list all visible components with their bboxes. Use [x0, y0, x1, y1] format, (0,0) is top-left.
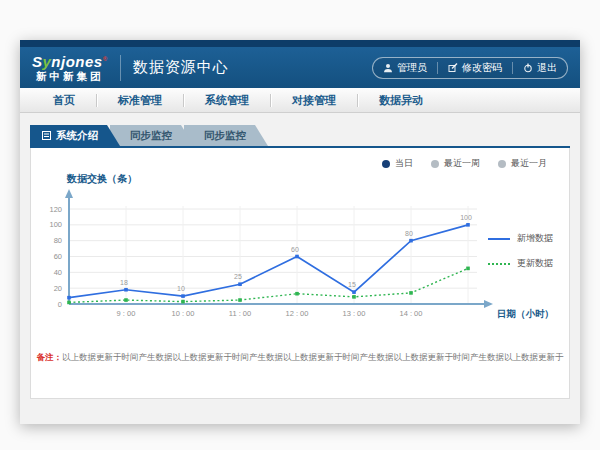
window-top-strip — [20, 40, 580, 47]
tab-system-intro[interactable]: 系统介绍 — [30, 125, 120, 146]
power-icon — [523, 63, 533, 73]
radio-last-week-label: 最近一周 — [444, 157, 480, 170]
svg-text:80: 80 — [54, 236, 62, 245]
page-title: 数据资源中心 — [133, 58, 229, 77]
footnote-text: 以上数据更新于时间产生数据以上数据更新于时间产生数据以上数据更新于时间产生数据以… — [62, 352, 564, 362]
svg-text:100: 100 — [460, 214, 472, 221]
change-password-label: 修改密码 — [462, 61, 502, 75]
svg-text:20: 20 — [54, 284, 62, 293]
legend-new-data: 新增数据 — [488, 232, 553, 245]
user-icon — [383, 63, 393, 73]
tab-label: 同步监控 — [204, 125, 246, 146]
svg-text:10: 10 — [177, 285, 185, 292]
change-password-button[interactable]: 修改密码 — [438, 61, 512, 75]
nav-item-standard-mgmt[interactable]: 标准管理 — [97, 88, 183, 112]
svg-text:60: 60 — [54, 252, 62, 261]
user-admin-button[interactable]: 管理员 — [373, 61, 437, 75]
logout-label: 退出 — [537, 61, 557, 75]
radio-dot-icon — [498, 160, 506, 168]
brand-wordmark: Synjones® — [32, 54, 108, 69]
radio-today[interactable]: 当日 — [382, 157, 413, 170]
tab-sync-monitor-1[interactable]: 同步监控 — [110, 125, 194, 146]
nav-item-system-mgmt[interactable]: 系统管理 — [184, 88, 270, 112]
tab-bar: 系统介绍 同步监控 同步监控 — [30, 125, 580, 146]
legend-update-data-label: 更新数据 — [517, 257, 553, 270]
radio-last-month-label: 最近一月 — [511, 157, 547, 170]
svg-text:11 : 00: 11 : 00 — [229, 309, 251, 318]
footnote-label: 备注： — [37, 352, 63, 362]
svg-text:40: 40 — [54, 268, 62, 277]
nav-item-docking-mgmt[interactable]: 对接管理 — [271, 88, 357, 112]
svg-text:15: 15 — [348, 281, 356, 288]
footnote: 备注：以上数据更新于时间产生数据以上数据更新于时间产生数据以上数据更新于时间产生… — [31, 352, 569, 364]
y-axis-title: 数据交换（条） — [67, 172, 137, 186]
dotted-line-icon — [488, 263, 510, 265]
svg-text:10 : 00: 10 : 00 — [172, 309, 195, 318]
app-header: Synjones® 新中新集团 数据资源中心 管理员 修改密码 — [20, 47, 580, 88]
legend-new-data-label: 新增数据 — [517, 232, 553, 245]
header-divider — [120, 55, 121, 81]
content-area: 系统介绍 同步监控 同步监控 当日 最近一周 — [20, 113, 580, 424]
svg-text:25: 25 — [234, 273, 242, 280]
chart-legend: 新增数据 更新数据 — [488, 232, 553, 270]
radio-last-week[interactable]: 最近一周 — [431, 157, 480, 170]
svg-text:日期（小时）: 日期（小时） — [497, 308, 554, 320]
main-nav: 首页 标准管理 系统管理 对接管理 数据异动 — [20, 88, 580, 113]
svg-text:120: 120 — [49, 205, 62, 214]
logout-button[interactable]: 退出 — [513, 61, 567, 75]
tab-label: 系统介绍 — [56, 125, 98, 146]
company-name: 新中新集团 — [32, 71, 108, 82]
radio-dot-icon — [382, 160, 390, 168]
chart-panel: 当日 最近一周 最近一月 数据交换（条） 0204060801001209 : … — [30, 148, 570, 399]
svg-text:18: 18 — [120, 279, 128, 286]
radio-last-month[interactable]: 最近一月 — [498, 157, 547, 170]
svg-text:0: 0 — [58, 300, 62, 309]
radio-dot-icon — [431, 160, 439, 168]
radio-today-label: 当日 — [395, 157, 413, 170]
registered-mark: ® — [103, 56, 108, 62]
edit-icon — [448, 63, 458, 73]
company-logo: Synjones® 新中新集团 — [32, 54, 108, 82]
time-range-filters: 当日 最近一周 最近一月 — [382, 157, 547, 170]
document-icon — [42, 131, 51, 140]
svg-text:80: 80 — [405, 230, 413, 237]
svg-text:100: 100 — [49, 220, 62, 229]
nav-item-home[interactable]: 首页 — [32, 88, 96, 112]
app-window: Synjones® 新中新集团 数据资源中心 管理员 修改密码 — [20, 40, 580, 424]
solid-line-icon — [488, 238, 510, 240]
tab-label: 同步监控 — [130, 125, 172, 146]
svg-text:9 : 00: 9 : 00 — [117, 309, 136, 318]
nav-item-data-change[interactable]: 数据异动 — [358, 88, 444, 112]
user-admin-label: 管理员 — [397, 61, 427, 75]
svg-text:13 : 00: 13 : 00 — [343, 309, 366, 318]
svg-text:12 : 00: 12 : 00 — [286, 309, 309, 318]
user-menu: 管理员 修改密码 退出 — [372, 57, 568, 79]
svg-text:60: 60 — [291, 246, 299, 253]
legend-update-data: 更新数据 — [488, 257, 553, 270]
tab-sync-monitor-2[interactable]: 同步监控 — [184, 125, 268, 146]
svg-text:14 : 00: 14 : 00 — [400, 309, 423, 318]
